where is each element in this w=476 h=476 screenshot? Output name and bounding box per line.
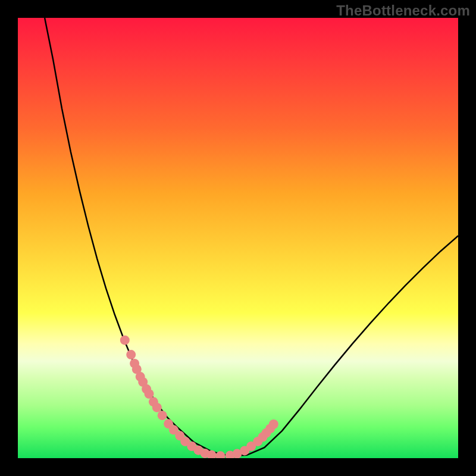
curve-markers bbox=[120, 336, 278, 458]
curve-marker bbox=[120, 336, 130, 345]
curve-marker bbox=[158, 411, 167, 420]
plot-area bbox=[18, 18, 458, 458]
curve-marker bbox=[126, 350, 136, 359]
watermark-text: TheBottleneck.com bbox=[336, 2, 470, 19]
curve-marker bbox=[152, 403, 162, 412]
bottleneck-curve-svg bbox=[18, 18, 458, 458]
chart-frame: TheBottleneck.com bbox=[0, 0, 476, 476]
bottleneck-curve bbox=[45, 18, 458, 456]
curve-marker bbox=[269, 419, 278, 429]
